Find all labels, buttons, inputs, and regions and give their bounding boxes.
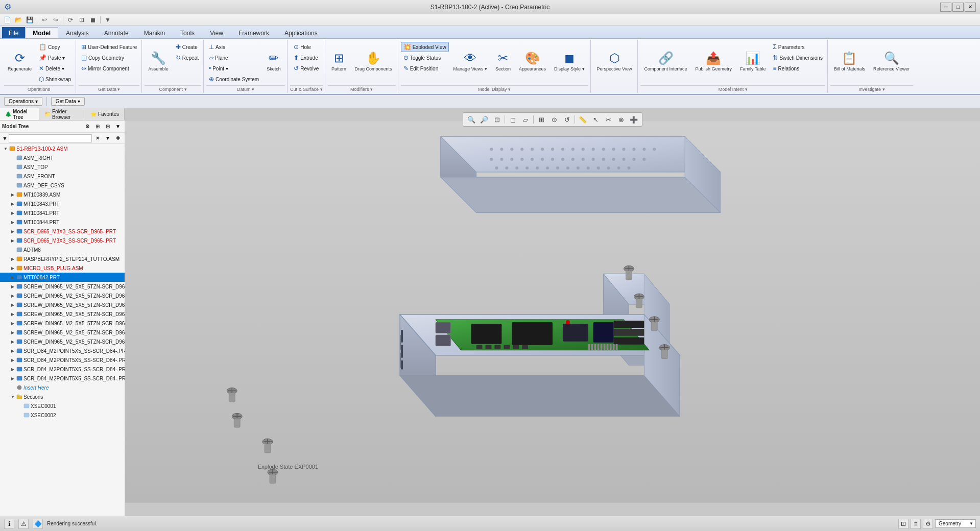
operations-dropdown-btn[interactable]: Operations ▾ (4, 97, 42, 106)
tab-analysis[interactable]: Analysis (58, 27, 97, 38)
delete-button[interactable]: ✕ Delete ▾ (36, 63, 74, 74)
tree-expand-screw_din7[interactable]: ▶ (9, 340, 16, 344)
statusbar-display-btn[interactable]: ⊡ (898, 519, 909, 529)
panel-tab-favorites[interactable]: ⭐ Favorites (85, 108, 125, 120)
tree-expand-screw_din6[interactable]: ▶ (9, 330, 16, 335)
tree-collapse-btn[interactable]: ⊟ (103, 122, 112, 131)
publish-geometry-button[interactable]: 📤 Publish Geometry (692, 42, 736, 81)
tree-expand-screw_din1[interactable]: ▶ (9, 284, 16, 289)
vp-zoom-out-btn[interactable]: 🔎 (478, 114, 490, 125)
qa-more-btn[interactable]: ▼ (103, 15, 113, 25)
tree-item-screw_din5[interactable]: ▶SCREW_DIN965_M2_5X5_5TZN-SCR_D965-.PRT (0, 319, 125, 328)
copy-button[interactable]: 📋 Copy (36, 42, 74, 52)
statusbar-warn-btn[interactable]: ⚠ (18, 519, 29, 529)
panel-tab-model-tree[interactable]: 🌲 Model Tree (0, 108, 39, 120)
tree-item-mt100843[interactable]: ▶MT100843.PRT (0, 199, 125, 208)
family-table-button[interactable]: 📊 Family Table (736, 42, 769, 81)
tree-item-adtm8[interactable]: ADTM8 (0, 245, 125, 254)
tree-expand-btn[interactable]: ⊞ (93, 122, 102, 131)
tree-item-xsec0002[interactable]: XSEC0002 (0, 411, 125, 420)
statusbar-config-btn[interactable]: ⚙ (923, 519, 933, 529)
tab-manikin[interactable]: Manikin (136, 27, 173, 38)
switch-dimensions-button[interactable]: ⇅ Switch Dimensions (770, 53, 825, 63)
tree-expand-sections[interactable]: ▼ (9, 395, 16, 399)
tree-item-mt100841[interactable]: ▶MT100841.PRT (0, 208, 125, 218)
statusbar-layers-btn[interactable]: ≡ (911, 519, 921, 529)
assemble-button[interactable]: 🔧 Assemble (145, 42, 172, 81)
tab-framework[interactable]: Framework (231, 27, 277, 38)
repeat-button[interactable]: ↻ Repeat (173, 53, 201, 63)
tree-item-scr_d84_4[interactable]: ▶SCR_D84_M2POINT5X5_SS-SCR_D84-.PRT (0, 374, 125, 383)
plane-button[interactable]: ▱ Plane (206, 53, 261, 63)
vp-select-btn[interactable]: ↖ (589, 114, 602, 125)
tree-expand-scr_d84_2[interactable]: ▶ (9, 358, 16, 363)
display-style-button[interactable]: ◼ Display Style ▾ (551, 42, 588, 81)
tab-view[interactable]: View (202, 27, 231, 38)
qa-open-btn[interactable]: 📂 (13, 15, 23, 25)
paste-button[interactable]: 📌 Paste ▾ (36, 53, 74, 63)
tree-expand-scr_d84_1[interactable]: ▶ (9, 349, 16, 353)
pattern-button[interactable]: ⊞ Pattern (328, 42, 350, 81)
vp-section-btn[interactable]: ✂ (602, 114, 614, 125)
tree-expand-mt100842[interactable]: ▶ (9, 275, 16, 280)
qa-save-btn[interactable]: 💾 (25, 15, 35, 25)
tab-applications[interactable]: Applications (277, 27, 325, 38)
tree-item-mt100844[interactable]: ▶MT100844.PRT (0, 218, 125, 227)
minimize-button[interactable]: ─ (940, 3, 951, 12)
qa-undo-btn[interactable]: ↩ (39, 15, 50, 25)
tree-item-scr2[interactable]: ▶SCR_D965_M3X3_SS-SCR_D965-.PRT (0, 236, 125, 245)
vp-view-btn[interactable]: ⊙ (548, 114, 560, 125)
tree-item-asm_top[interactable]: ASM_TOP (0, 162, 125, 172)
axis-button[interactable]: ⊥ Axis (206, 42, 261, 52)
extrude-button[interactable]: ⬆ Extrude (291, 53, 321, 63)
reference-viewer-button[interactable]: 🔍 Reference Viewer (870, 42, 913, 81)
component-interface-button[interactable]: 🔗 Component Interface (640, 42, 690, 81)
tree-expand-mt100839[interactable]: ▶ (9, 192, 16, 197)
tree-item-scr_d84_1[interactable]: ▶SCR_D84_M2POINT5X5_SS-SCR_D84-.PRT (0, 346, 125, 355)
get-data-dropdown-btn[interactable]: Get Data ▾ (51, 97, 85, 106)
section-button[interactable]: ✂ Section (492, 42, 514, 81)
tree-item-screw_din6[interactable]: ▶SCREW_DIN965_M2_5X5_5TZN-SCR_D965-.PRT (0, 328, 125, 337)
hole-button[interactable]: ⊙ Hole (291, 42, 321, 52)
vp-extra-btn[interactable]: ⊗ (615, 114, 627, 125)
drag-components-button[interactable]: ✋ Drag Components (351, 42, 396, 81)
tree-expand-scr1[interactable]: ▶ (9, 229, 16, 234)
tree-expand-mt100844[interactable]: ▶ (9, 220, 16, 225)
statusbar-info-btn[interactable]: ℹ (4, 519, 14, 529)
tree-search-input[interactable] (9, 134, 92, 142)
statusbar-model-btn[interactable]: 🔷 (33, 519, 43, 529)
user-defined-button[interactable]: ⊞ User-Defined Feature (79, 42, 139, 52)
close-button[interactable]: ✕ (965, 3, 976, 12)
tree-expand-raspberrypi[interactable]: ▶ (9, 257, 16, 261)
tree-settings-btn[interactable]: ⚙ (83, 122, 92, 131)
statusbar-geometry-dropdown[interactable]: Geometry ▼ (935, 519, 976, 528)
tree-item-xsec0001[interactable]: XSEC0001 (0, 401, 125, 411)
qa-new-btn[interactable]: 📄 (2, 15, 12, 25)
tab-annotate[interactable]: Annotate (97, 27, 136, 38)
tab-file[interactable]: File (2, 27, 25, 38)
tree-item-raspberrypi[interactable]: ▶RASPBERRYPI2_STEP214_TUTTO.ASM (0, 254, 125, 263)
vp-more-btn[interactable]: ➕ (628, 114, 640, 125)
create-button[interactable]: ✚ Create (173, 42, 201, 52)
tree-expand-mt100841[interactable]: ▶ (9, 211, 16, 215)
tab-model[interactable]: Model (25, 27, 58, 38)
tree-item-insert_here[interactable]: Insert Here (0, 383, 125, 392)
toggle-status-button[interactable]: ⊙ Toggle Status (401, 53, 449, 63)
maximize-button[interactable]: □ (952, 3, 964, 12)
vp-measure-btn[interactable]: 📏 (577, 114, 589, 125)
sketch-button[interactable]: ✏ Sketch (262, 42, 285, 81)
tree-expand-screw_din5[interactable]: ▶ (9, 321, 16, 326)
tree-item-screw_din2[interactable]: ▶SCREW_DIN965_M2_5X5_5TZN-SCR_D965-.PRT (0, 291, 125, 300)
copy-geometry-button[interactable]: ◫ Copy Geometry (79, 53, 139, 63)
vp-fit-btn[interactable]: ⊡ (491, 114, 503, 125)
tree-expand-scr_d84_3[interactable]: ▶ (9, 367, 16, 372)
tree-item-mt100839[interactable]: ▶MT100839.ASM (0, 190, 125, 199)
vp-zoom-in-btn[interactable]: 🔍 (465, 114, 477, 125)
tree-expand-scr2[interactable]: ▶ (9, 238, 16, 243)
exploded-view-button[interactable]: 💥 Exploded View (401, 42, 449, 52)
tree-filter-btn[interactable]: ▼ (103, 134, 112, 143)
tree-add-btn[interactable]: ✚ (113, 134, 123, 143)
tree-item-screw_din7[interactable]: ▶SCREW_DIN965_M2_5X5_5TZN-SCR_D965-.PRT (0, 337, 125, 346)
qa-redo-btn[interactable]: ↪ (51, 15, 61, 25)
tree-item-sections[interactable]: ▼Sections (0, 392, 125, 401)
